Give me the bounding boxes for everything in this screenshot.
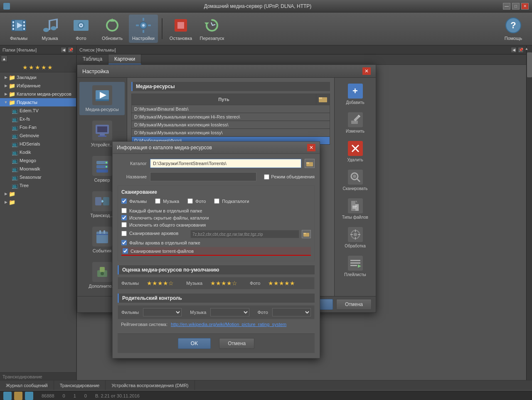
filetypes-action-btn[interactable]: Типы файлов — [337, 196, 373, 222]
nav-up-btn[interactable]: ▲ — [1, 55, 7, 62]
tab-cards[interactable]: Карточки — [108, 54, 141, 64]
tree-label-bookmarks: Закладки — [17, 75, 37, 80]
svg-rect-38 — [98, 136, 106, 137]
tree-item-tree[interactable]: 📺 Tree — [0, 181, 76, 190]
toolbar-music-label: Музыка — [42, 36, 58, 41]
archive-scan-checkbox[interactable] — [121, 231, 127, 236]
catalog-ok-btn[interactable]: OK — [178, 338, 211, 349]
tree-item-seasonvar[interactable]: 📺 Seasonvar — [0, 173, 76, 181]
scan-title: Сканирование — [121, 189, 311, 195]
tree-item-kodik[interactable]: 📺 Kodik — [0, 148, 76, 156]
path-row-2[interactable]: D:\Музыка\Музыкальная коллекция lossless… — [132, 121, 330, 129]
toolbar-refresh-btn[interactable]: Обновить — [98, 15, 127, 43]
expand-more2[interactable]: ▶ — [3, 200, 8, 205]
parental-photo-select[interactable] — [272, 308, 311, 316]
archive-ext-input[interactable] — [190, 230, 299, 238]
tree-item-foxfan[interactable]: 📺 Fox-Fan — [0, 123, 76, 131]
each-film-folder-label: Каждый фильм в отдельной папке — [121, 208, 311, 213]
svg-rect-5 — [12, 28, 14, 30]
panel-collapse-btn[interactable]: ◀ — [61, 47, 66, 53]
process-action-btn[interactable]: Обработка — [337, 225, 373, 251]
expand-podcasts[interactable]: ▼ — [3, 100, 8, 105]
tree-item-bookmarks[interactable]: ▶ 📁 Закладки — [0, 73, 76, 81]
tree-label-catalogs: Каталоги медиа-ресурсов — [17, 91, 71, 96]
tree-item-more2[interactable]: ▶ 📁 — [0, 198, 76, 206]
merge-mode-checkbox[interactable] — [264, 174, 269, 180]
tree-label-megogo: Megogo — [20, 158, 36, 163]
tree-item-podcasts[interactable]: ▼ 📁 Подкасты — [0, 98, 76, 106]
tab-table[interactable]: Таблица — [77, 54, 108, 64]
films-checkbox[interactable] — [121, 198, 127, 204]
panel-pin-btn[interactable]: 📌 — [68, 47, 74, 53]
tree-item-moonwalk[interactable]: 📺 Moonwalk — [0, 165, 76, 173]
svg-rect-28 — [177, 22, 184, 29]
toolbar-music-btn[interactable]: Музыка — [35, 15, 64, 43]
tree-item-catalogs[interactable]: ▶ 📁 Каталоги медиа-ресурсов — [0, 90, 76, 98]
subcatalogs-check-label: Подкаталоги — [214, 198, 249, 204]
close-button[interactable]: ✕ — [521, 3, 529, 10]
catalog-browse-btn[interactable] — [305, 159, 315, 168]
scroll-thumb[interactable] — [527, 52, 532, 77]
minimize-button[interactable]: — — [503, 3, 510, 10]
catalog-name-input[interactable] — [150, 172, 256, 181]
tree-item-favorites[interactable]: ▶ 📁 Избранные — [0, 81, 76, 90]
music-checkbox[interactable] — [155, 198, 160, 204]
parental-films-select[interactable] — [143, 308, 182, 316]
toolbar-restart-btn[interactable]: Перезапуск — [197, 15, 227, 43]
bottom-tab-dmr[interactable]: Устройства воспроизведения (DMR) — [106, 380, 195, 390]
tree-item-megogo[interactable]: 📺 Megogo — [0, 156, 76, 165]
svg-point-69 — [354, 233, 357, 236]
each-film-folder-checkbox[interactable] — [121, 208, 127, 213]
rating-row: ★★★★★ — [0, 63, 76, 72]
rating-system-link[interactable]: http://en.wikipedia.org/wiki/Motion_pict… — [171, 322, 286, 327]
svg-rect-71 — [355, 237, 356, 240]
tree-item-edem[interactable]: 📺 Edem.TV — [0, 106, 76, 115]
delete-action-btn[interactable]: Удалить — [337, 138, 373, 165]
catalog-dialog-close[interactable]: ✕ — [307, 144, 315, 151]
photo-checkbox[interactable] — [187, 198, 193, 204]
path-row-1[interactable]: D:\Музыка\Музыкальная коллекция Hi-Res s… — [132, 113, 330, 121]
expand-more1[interactable]: ▶ — [3, 191, 8, 196]
catalog-info-dialog: Информация о каталоге медиа-ресурсов ✕ К… — [112, 141, 320, 358]
settings-cancel-btn[interactable]: Отмена — [336, 299, 372, 310]
tree-label-foxfan: Fox-Fan — [20, 125, 37, 130]
cat-media[interactable]: Медиа-ресурсы — [79, 82, 125, 115]
settings-dialog-close[interactable]: ✕ — [362, 67, 371, 75]
toolbar-films-btn[interactable]: Фильмы — [4, 15, 33, 43]
catalog-cancel-btn[interactable]: Отмена — [219, 338, 254, 349]
exclude-hidden-checkbox[interactable] — [121, 215, 127, 220]
scan-section: Сканирование Фильмы Музыка Фото — [118, 185, 315, 261]
tree-item-getmovie[interactable]: 📺 Getmovie — [0, 131, 76, 140]
tree-item-hdserials[interactable]: 📺 HDSerials — [0, 140, 76, 148]
toolbar-photo-btn[interactable]: Фото — [66, 15, 96, 43]
tree-item-exfs[interactable]: 📺 Ex-fs — [0, 115, 76, 123]
torrent-scan-checkbox[interactable] — [123, 248, 128, 254]
scan-action-btn[interactable]: Сканировать — [337, 167, 373, 193]
playlists-action-btn[interactable]: Плейлисты — [337, 253, 373, 279]
parental-music-select[interactable] — [210, 308, 249, 316]
bottom-tab-log[interactable]: Журнал сообщений — [0, 380, 54, 390]
toolbar-stop-btn[interactable]: Остановка — [166, 15, 195, 43]
subcatalogs-checkbox[interactable] — [214, 198, 219, 204]
archive-folder-checkbox[interactable] — [121, 240, 127, 245]
path-row-3[interactable]: D:\Музыка\Музыкальная коллекция lossy\ — [132, 129, 330, 137]
toolbar-help-btn[interactable]: ? Помощь — [499, 15, 528, 43]
expand-favorites[interactable]: ▶ — [3, 83, 8, 88]
right-panel-pin[interactable]: 📌 — [518, 47, 524, 53]
exclude-scan-checkbox[interactable] — [121, 222, 127, 227]
catalog-path-input[interactable] — [150, 159, 301, 168]
path-row-0[interactable]: D:\Музыка\Binaural Beats\ — [132, 105, 330, 113]
tree-item-more1[interactable]: ▶ 📁 — [0, 190, 76, 198]
archive-browse-btn[interactable] — [302, 230, 311, 238]
cat-addons-icon — [92, 262, 112, 282]
edit-action-btn[interactable]: Изменить — [337, 110, 373, 136]
expand-bookmarks[interactable]: ▶ — [3, 75, 8, 80]
add-action-btn[interactable]: + Добавить — [337, 81, 373, 107]
restart-icon — [203, 17, 221, 34]
maximize-button[interactable]: □ — [512, 3, 520, 10]
toolbar-settings-btn[interactable]: Настройки — [129, 15, 158, 43]
right-panel-collapse[interactable]: ◀ — [511, 47, 517, 53]
expand-catalogs[interactable]: ▶ — [3, 91, 8, 96]
bottom-tab-transcode[interactable]: Транскодирование — [54, 380, 106, 390]
right-scrollbar[interactable]: ▲ ▼ — [526, 46, 532, 390]
